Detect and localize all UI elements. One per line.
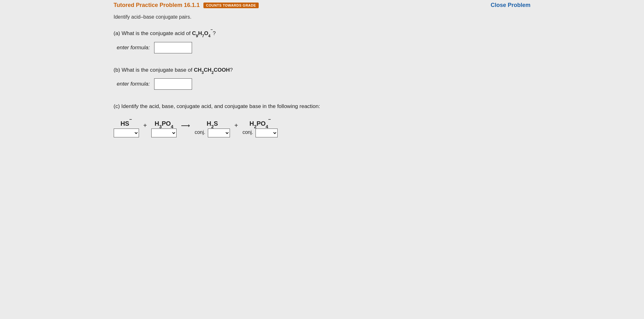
part-b-suffix: ? (230, 67, 232, 73)
close-problem-link[interactable]: Close Problem (491, 2, 530, 9)
part-a-suffix: ? (213, 30, 215, 36)
reactant1-term: HS− acid base conj. acid conj. base (114, 120, 139, 137)
reactant1-dropdown[interactable]: acid base conj. acid conj. base (114, 129, 139, 137)
part-a-input[interactable] (154, 42, 192, 53)
part-c: (c) Identify the acid, base, conjugate a… (114, 102, 531, 137)
part-a: (a) What is the conjugate acid of C9H7O4… (114, 29, 531, 53)
product1-formula: H2S (207, 120, 218, 127)
product1-dropdown[interactable]: acid base conj. acid conj. base (208, 129, 230, 137)
product1-term: H2S conj. acid base conj. acid conj. bas… (195, 120, 230, 137)
reactant2-term: H3PO4 acid base conj. acid conj. base (151, 120, 177, 137)
reaction-arrow: ⟶ (177, 122, 195, 137)
part-b: (b) What is the conjugate base of CH3CH2… (114, 66, 531, 90)
subtitle: Identify acid–base conjugate pairs. (114, 14, 531, 20)
plus-operator-2: + (230, 122, 243, 137)
part-a-input-label: enter formula: (117, 45, 150, 51)
plus-operator-1: + (139, 122, 152, 137)
product2-dropdown[interactable]: acid base conj. acid conj. base (256, 129, 278, 137)
part-a-formula: C9H7O4− (192, 30, 213, 36)
part-c-question: (c) Identify the acid, base, conjugate a… (114, 102, 531, 111)
problem-title: Tutored Practice Problem 16.1.1 (114, 2, 200, 9)
part-a-input-row: enter formula: (117, 42, 531, 53)
part-b-question: (b) What is the conjugate base of CH3CH2… (114, 66, 531, 74)
product2-conj-label: conj. (243, 129, 253, 136)
product1-conj-label: conj. (195, 129, 205, 136)
part-a-question: (a) What is the conjugate acid of C9H7O4… (114, 29, 531, 38)
grade-badge: COUNTS TOWARDS GRADE (203, 3, 258, 8)
part-b-prefix: (b) What is the conjugate base of (114, 67, 194, 73)
reactant1-formula: HS− (120, 120, 132, 127)
product2-formula: H2PO4− (250, 120, 271, 127)
part-b-input-row: enter formula: (117, 78, 531, 90)
part-b-input[interactable] (154, 78, 192, 90)
header-left: Tutored Practice Problem 16.1.1 COUNTS T… (114, 2, 259, 9)
reaction-container: HS− acid base conj. acid conj. base + H3… (114, 120, 531, 137)
product2-term: H2PO4− conj. acid base conj. acid conj. … (243, 120, 278, 137)
reactant2-dropdown[interactable]: acid base conj. acid conj. base (151, 129, 177, 137)
reactant2-formula: H3PO4 (154, 120, 173, 127)
part-a-prefix: (a) What is the conjugate acid of (114, 30, 192, 36)
header: Tutored Practice Problem 16.1.1 COUNTS T… (114, 0, 531, 12)
part-b-formula: CH3CH2COOH (194, 67, 230, 73)
part-b-input-label: enter formula: (117, 81, 150, 87)
